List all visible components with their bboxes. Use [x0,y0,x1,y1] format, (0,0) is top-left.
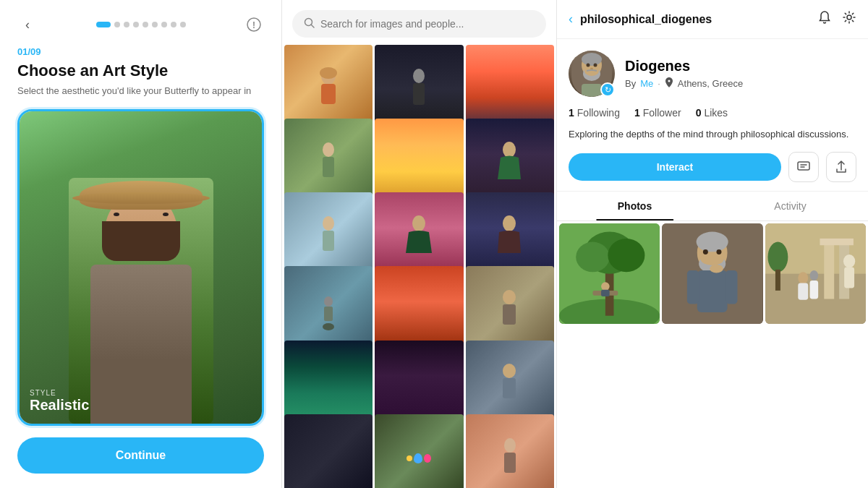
svg-rect-17 [324,307,333,321]
grid-item[interactable] [375,414,463,488]
images-grid [282,45,556,488]
svg-point-28 [582,53,602,66]
svg-point-19 [503,290,516,304]
search-bar[interactable] [292,10,546,38]
location-icon [665,77,673,90]
message-button[interactable] [788,152,819,182]
svg-point-66 [809,270,818,281]
svg-text:!: ! [252,20,255,30]
style-name: Realistic [30,397,89,414]
dot-5 [142,22,148,27]
svg-point-59 [767,241,788,272]
svg-point-50 [701,252,725,265]
search-input[interactable] [320,18,535,30]
info-button[interactable]: ! [244,14,264,35]
photo-item[interactable] [559,223,660,324]
svg-point-52 [717,249,722,254]
svg-point-42 [608,238,644,271]
share-button[interactable] [826,152,856,182]
svg-point-64 [798,272,808,283]
avatar-wrap: ↻ [569,51,615,97]
dot-9 [180,22,186,27]
svg-rect-69 [844,267,854,288]
back-button[interactable]: ‹ [17,14,38,35]
svg-rect-54 [687,270,699,304]
svg-rect-24 [504,453,516,473]
svg-point-32 [594,64,597,67]
svg-rect-36 [798,162,809,170]
photo-item[interactable] [765,223,866,324]
profile-panel: ‹ philosophical_diogenes [557,0,868,488]
likes-count: 0 [696,107,702,119]
action-row: Interact [569,152,856,182]
avatar-refresh-badge[interactable]: ↻ [600,82,615,97]
photos-grid [557,221,868,489]
notification-bell-icon[interactable] [817,10,832,28]
profile-info-section: ↻ Diogenes By Me · Athens, Greece [557,39,868,192]
svg-rect-65 [798,283,808,299]
svg-point-21 [503,364,516,378]
tab-activity[interactable]: Activity [712,192,868,221]
svg-point-41 [576,241,609,272]
following-stat: 1 Following [569,107,620,119]
svg-rect-45 [601,289,610,296]
svg-rect-20 [503,304,516,325]
profile-location: Athens, Greece [678,78,743,89]
grid-item[interactable] [284,414,373,488]
likes-stat: 0 Likes [696,107,728,119]
follower-label: Follower [643,107,681,119]
svg-point-51 [703,249,708,254]
step-label: 01/09 [17,46,264,57]
section-description: Select the aesthetic you'd like your But… [17,85,264,98]
grid-item[interactable] [466,414,554,488]
dot-6 [152,22,158,27]
image-search-panel [282,0,557,488]
svg-rect-67 [809,280,818,299]
photo-item[interactable] [662,223,762,324]
search-icon [304,17,315,30]
svg-rect-22 [503,378,516,398]
dot-1 [96,22,111,27]
style-badge: STYLE Realistic [30,389,89,414]
svg-point-35 [668,80,670,82]
profile-top: ↻ Diogenes By Me · Athens, Greece [569,51,856,97]
svg-rect-34 [582,84,602,97]
art-style-panel: ‹ ! 01/09 Choose an Art Style Select the… [0,0,282,488]
interact-button[interactable]: Interact [569,153,781,181]
svg-point-48 [697,231,728,252]
profile-header: ‹ philosophical_diogenes [557,0,868,39]
profile-display-name: Diogenes [625,58,743,74]
profile-back-button[interactable]: ‹ [569,12,573,27]
svg-point-6 [320,67,337,79]
dot-8 [171,22,176,27]
svg-point-56 [710,264,724,273]
svg-point-31 [587,64,590,67]
tab-photos[interactable]: Photos [557,192,712,221]
profile-action-icons [817,10,856,28]
settings-gear-icon[interactable] [842,10,856,28]
svg-point-16 [324,296,333,307]
svg-rect-55 [726,270,738,304]
style-text: STYLE [30,389,89,397]
svg-line-3 [311,25,314,27]
svg-point-14 [412,215,425,231]
following-label: Following [577,107,620,119]
meta-separator: · [658,78,660,89]
follower-count: 1 [634,107,640,119]
svg-point-15 [503,215,516,231]
svg-rect-13 [323,231,334,251]
svg-rect-10 [323,157,334,177]
svg-point-18 [323,323,334,330]
svg-rect-5 [321,84,336,104]
me-link[interactable]: Me [640,78,653,89]
art-preview: STYLE Realistic [17,109,264,426]
continue-button[interactable]: Continue [17,437,264,474]
dot-4 [133,22,139,27]
svg-rect-53 [697,270,728,312]
svg-point-11 [503,142,516,158]
svg-point-44 [601,282,610,291]
profile-tabs: Photos Activity [557,192,868,221]
dot-7 [161,22,167,27]
profile-bio: Exploring the depths of the mind through… [569,127,856,142]
svg-rect-61 [824,240,834,299]
